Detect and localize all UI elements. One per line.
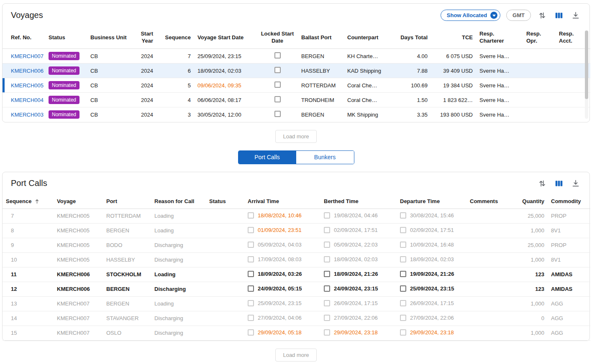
departure-time-checkbox[interactable]	[400, 300, 406, 306]
sequence-cell: 4	[156, 93, 194, 107]
column-header-locked-start-date[interactable]: Locked Start Date	[257, 26, 298, 49]
column-header-status[interactable]: Status	[45, 26, 87, 49]
voyage-ref-link[interactable]: KMERCH006	[11, 68, 44, 74]
arrival-time-checkbox[interactable]	[248, 256, 254, 262]
column-header-resp-opr[interactable]: Resp. Opr.	[523, 26, 556, 49]
tab-port-calls[interactable]: Port Calls	[238, 151, 296, 164]
arrival-time-checkbox[interactable]	[248, 329, 254, 336]
voyage-ref-link[interactable]: KMERCH004	[11, 97, 44, 103]
column-header-tce[interactable]: TCE	[431, 26, 476, 49]
port-call-row[interactable]: 8KMERCH005BERGENLoading01/09/2024, 23:51…	[3, 223, 590, 238]
departure-time-checkbox[interactable]	[400, 315, 406, 321]
sequence-cell: 7	[156, 49, 194, 64]
berthed-time-checkbox[interactable]	[324, 227, 330, 233]
departure-time-checkbox[interactable]	[400, 285, 406, 292]
column-header-reason-for-call[interactable]: Reason for Call	[151, 194, 206, 209]
port-calls-load-more-button[interactable]: Load more	[275, 349, 316, 361]
arrival-time-checkbox[interactable]	[248, 300, 254, 306]
arrival-time-checkbox[interactable]	[248, 212, 254, 219]
status-cell	[206, 252, 244, 267]
comments-cell	[466, 238, 513, 252]
column-header-comments[interactable]: Comments	[466, 194, 513, 209]
port-call-row[interactable]: 14KMERCH007STAVANGERDischarging27/09/202…	[3, 311, 590, 326]
column-header-quantity[interactable]: Quantity	[513, 194, 548, 209]
column-header-ref-no[interactable]: Ref. No.	[3, 26, 45, 49]
column-header-sequence[interactable]: Sequence	[3, 194, 54, 209]
column-header-berthed-time[interactable]: Berthed Time	[320, 194, 397, 209]
departure-time-checkbox[interactable]	[400, 256, 406, 262]
timezone-button[interactable]: GMT	[506, 10, 531, 21]
column-header-ballast-port[interactable]: Ballast Port	[298, 26, 344, 49]
berthed-time-checkbox[interactable]	[324, 329, 330, 336]
voyage-row[interactable]: KMERCH007NominatedCB2024725/09/2024, 23:…	[3, 49, 590, 64]
column-header-days-total[interactable]: Days Total	[395, 26, 431, 49]
download-button[interactable]	[570, 178, 581, 189]
sort-button[interactable]	[537, 10, 548, 21]
column-header-counterpart[interactable]: Counterpart	[344, 26, 395, 49]
arrival-time-checkbox[interactable]	[248, 315, 254, 321]
tab-bunkers[interactable]: Bunkers	[296, 151, 354, 164]
locked-start-date-checkbox[interactable]	[274, 111, 281, 117]
berthed-time-checkbox[interactable]	[324, 212, 330, 219]
voyage-row[interactable]: KMERCH005NominatedCB2024509/06/2024, 09:…	[3, 78, 590, 93]
column-header-sequence[interactable]: Sequence	[156, 26, 194, 49]
column-header-port[interactable]: Port	[103, 194, 151, 209]
locked-start-date-checkbox[interactable]	[274, 67, 281, 73]
departure-time-checkbox[interactable]	[400, 242, 406, 248]
vertical-scrollbar[interactable]	[585, 31, 588, 119]
status-badge: Nominated	[49, 110, 79, 119]
voyage-cell: KMERCH005	[54, 209, 103, 223]
port-call-row[interactable]: 9KMERCH005BODODischarging05/09/2024, 04:…	[3, 238, 590, 252]
berthed-time-checkbox[interactable]	[324, 285, 330, 292]
locked-start-date-checkbox[interactable]	[274, 96, 281, 102]
download-button[interactable]	[570, 10, 581, 21]
voyage-row[interactable]: KMERCH004NominatedCB2024406/06/2024, 08:…	[3, 93, 590, 107]
column-header-resp-charterer[interactable]: Resp. Charterer	[476, 26, 523, 49]
arrival-time-checkbox[interactable]	[248, 227, 254, 233]
column-header-start-year[interactable]: Start Year	[136, 26, 156, 49]
column-header-voyage-start-date[interactable]: Voyage Start Date	[194, 26, 257, 49]
arrival-time-checkbox[interactable]	[248, 285, 254, 292]
port-call-row[interactable]: 7KMERCH005ROTTERDAMLoading18/08/2024, 10…	[3, 209, 590, 223]
quantity-cell: 0	[513, 311, 548, 326]
berthed-time-checkbox[interactable]	[324, 242, 330, 248]
voyages-load-more-button[interactable]: Load more	[275, 130, 316, 143]
columns-button[interactable]	[554, 10, 564, 21]
departure-time-checkbox[interactable]	[400, 329, 406, 336]
voyage-ref-link[interactable]: KMERCH003	[11, 112, 44, 118]
column-header-business-unit[interactable]: Business Unit	[87, 26, 136, 49]
column-header-arrival-time[interactable]: Arrival Time	[244, 194, 320, 209]
column-header-status[interactable]: Status	[206, 194, 244, 209]
port-call-row[interactable]: 12KMERCH006BERGENDischarging24/09/2024, …	[3, 282, 590, 296]
columns-button[interactable]	[554, 178, 564, 189]
column-header-voyage[interactable]: Voyage	[54, 194, 103, 209]
port-call-row[interactable]: 11KMERCH006STOCKHOLMLoading18/09/2024, 0…	[3, 267, 590, 282]
berthed-time-checkbox[interactable]	[324, 315, 330, 321]
departure-time-checkbox[interactable]	[400, 212, 406, 219]
voyage-row[interactable]: KMERCH006NominatedCB2024618/09/2024, 02:…	[3, 64, 590, 78]
berthed-time-value: 24/09/2024, 23:15	[334, 285, 378, 292]
port-call-row[interactable]: 15KMERCH007OSLODischarging29/09/2024, 05…	[3, 326, 590, 340]
column-header-departure-time[interactable]: Departure Time	[397, 194, 466, 209]
berthed-time-checkbox[interactable]	[324, 300, 330, 306]
resp-opr-cell	[523, 64, 556, 78]
berthed-time-checkbox[interactable]	[324, 256, 330, 262]
voyage-row[interactable]: KMERCH003NominatedCB2024330/05/2024, 12:…	[3, 107, 590, 122]
scrollbar-thumb[interactable]	[585, 31, 588, 99]
arrival-time-checkbox[interactable]	[248, 242, 254, 248]
voyage-ref-link[interactable]: KMERCH007	[11, 53, 44, 59]
port-call-row[interactable]: 10KMERCH005HASSELBYDischarging17/09/2024…	[3, 252, 590, 267]
departure-time-checkbox[interactable]	[400, 227, 406, 233]
berthed-time-checkbox[interactable]	[324, 271, 330, 277]
port-call-row[interactable]: 13KMERCH007BERGENLoading25/09/2024, 23:1…	[3, 296, 590, 311]
show-allocated-dropdown[interactable]: Show Allocated	[441, 10, 500, 21]
arrival-time-checkbox[interactable]	[248, 271, 254, 277]
business-unit-cell: CB	[87, 107, 136, 122]
voyage-ref-link[interactable]: KMERCH005	[11, 82, 44, 89]
locked-start-date-checkbox[interactable]	[274, 81, 281, 88]
locked-start-date-checkbox[interactable]	[274, 52, 281, 59]
sort-button[interactable]	[537, 178, 548, 189]
departure-time-checkbox[interactable]	[400, 271, 406, 277]
port-cell: BERGEN	[103, 282, 151, 296]
column-header-commodity[interactable]: Commodity	[548, 194, 590, 209]
